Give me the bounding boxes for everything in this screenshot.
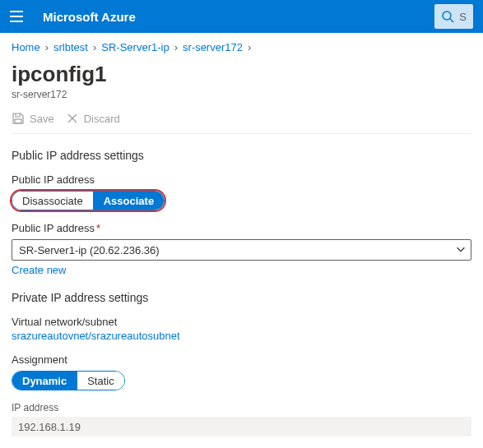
svg-line-1 <box>450 19 453 22</box>
breadcrumb-item[interactable]: Home <box>12 41 40 53</box>
save-icon <box>12 112 25 125</box>
chevron-down-icon <box>455 243 467 255</box>
page-title: ipconfig1 <box>12 62 471 87</box>
chevron-right-icon: › <box>173 41 179 53</box>
public-ip-toggle: Disassociate Associate <box>12 191 165 210</box>
assignment-toggle: Dynamic Static <box>12 371 125 390</box>
close-icon <box>66 112 79 125</box>
search-input[interactable]: S <box>434 4 473 29</box>
page-subtitle: sr-server172 <box>12 89 471 100</box>
chevron-right-icon: › <box>44 41 50 53</box>
save-button[interactable]: Save <box>12 112 54 125</box>
hamburger-menu-icon[interactable] <box>10 7 28 25</box>
associate-button[interactable]: Associate <box>94 192 164 210</box>
breadcrumb-item[interactable]: sr-server172 <box>183 41 243 53</box>
public-ip-toggle-label: Public IP address <box>12 173 471 186</box>
ip-address-label: IP address <box>12 402 471 413</box>
discard-button[interactable]: Discard <box>66 112 120 125</box>
svg-point-0 <box>443 12 451 20</box>
ip-address-value: 192.168.1.19 <box>12 417 471 436</box>
search-icon <box>441 10 454 23</box>
static-button[interactable]: Static <box>77 372 124 390</box>
section-title-private-ip: Private IP address settings <box>12 291 471 304</box>
search-placeholder: S <box>459 11 467 23</box>
disassociate-button[interactable]: Disassociate <box>12 192 94 210</box>
chevron-right-icon: › <box>91 41 98 53</box>
create-new-link[interactable]: Create new <box>12 264 66 276</box>
brand-title: Microsoft Azure <box>43 10 136 24</box>
dynamic-button[interactable]: Dynamic <box>12 372 77 390</box>
assignment-label: Assignment <box>12 353 471 366</box>
topbar: Microsoft Azure S <box>0 0 483 33</box>
breadcrumb: Home › srlbtest › SR-Server1-ip › sr-ser… <box>0 33 483 57</box>
svg-rect-2 <box>15 119 21 123</box>
vnet-link[interactable]: srazureautovnet/srazureautosubnet <box>12 330 180 342</box>
breadcrumb-item[interactable]: SR-Server1-ip <box>101 41 169 53</box>
discard-label: Discard <box>84 113 120 125</box>
vnet-label: Virtual network/subnet <box>12 316 471 328</box>
chevron-right-icon: › <box>246 41 253 53</box>
public-ip-select-value: SR-Server1-ip (20.62.236.36) <box>19 244 160 256</box>
save-label: Save <box>30 113 54 125</box>
public-ip-select-label: Public IP address* <box>12 222 471 234</box>
toolbar: Save Discard <box>12 112 471 134</box>
breadcrumb-item[interactable]: srlbtest <box>53 41 88 53</box>
public-ip-select[interactable]: SR-Server1-ip (20.62.236.36) <box>12 239 471 261</box>
section-title-public-ip: Public IP address settings <box>12 149 471 162</box>
